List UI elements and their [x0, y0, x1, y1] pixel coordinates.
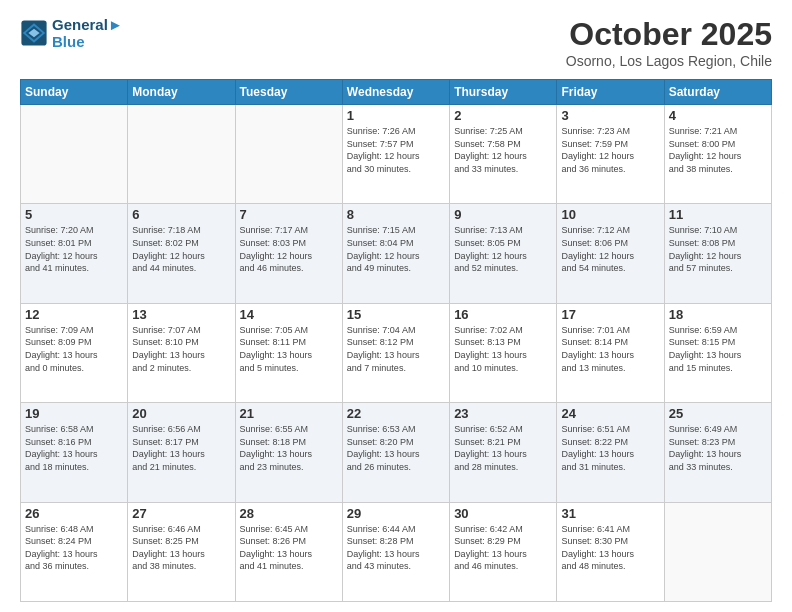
- calendar: SundayMondayTuesdayWednesdayThursdayFrid…: [20, 79, 772, 602]
- day-info: Sunrise: 7:05 AM Sunset: 8:11 PM Dayligh…: [240, 324, 338, 374]
- logo-icon: [20, 19, 48, 47]
- day-number: 9: [454, 207, 552, 222]
- day-info: Sunrise: 6:49 AM Sunset: 8:23 PM Dayligh…: [669, 423, 767, 473]
- calendar-cell: [128, 105, 235, 204]
- day-number: 13: [132, 307, 230, 322]
- calendar-cell: 8Sunrise: 7:15 AM Sunset: 8:04 PM Daylig…: [342, 204, 449, 303]
- calendar-cell: 25Sunrise: 6:49 AM Sunset: 8:23 PM Dayli…: [664, 403, 771, 502]
- day-info: Sunrise: 7:25 AM Sunset: 7:58 PM Dayligh…: [454, 125, 552, 175]
- location: Osorno, Los Lagos Region, Chile: [566, 53, 772, 69]
- calendar-cell: 20Sunrise: 6:56 AM Sunset: 8:17 PM Dayli…: [128, 403, 235, 502]
- day-number: 27: [132, 506, 230, 521]
- calendar-cell: 24Sunrise: 6:51 AM Sunset: 8:22 PM Dayli…: [557, 403, 664, 502]
- day-number: 16: [454, 307, 552, 322]
- day-info: Sunrise: 6:45 AM Sunset: 8:26 PM Dayligh…: [240, 523, 338, 573]
- day-info: Sunrise: 7:10 AM Sunset: 8:08 PM Dayligh…: [669, 224, 767, 274]
- calendar-cell: 12Sunrise: 7:09 AM Sunset: 8:09 PM Dayli…: [21, 303, 128, 402]
- weekday-header-wednesday: Wednesday: [342, 80, 449, 105]
- weekday-header-friday: Friday: [557, 80, 664, 105]
- calendar-cell: 4Sunrise: 7:21 AM Sunset: 8:00 PM Daylig…: [664, 105, 771, 204]
- day-number: 22: [347, 406, 445, 421]
- calendar-cell: 21Sunrise: 6:55 AM Sunset: 8:18 PM Dayli…: [235, 403, 342, 502]
- day-info: Sunrise: 7:07 AM Sunset: 8:10 PM Dayligh…: [132, 324, 230, 374]
- day-info: Sunrise: 7:02 AM Sunset: 8:13 PM Dayligh…: [454, 324, 552, 374]
- day-number: 10: [561, 207, 659, 222]
- page: General► Blue October 2025 Osorno, Los L…: [0, 0, 792, 612]
- day-number: 28: [240, 506, 338, 521]
- week-row-1: 1Sunrise: 7:26 AM Sunset: 7:57 PM Daylig…: [21, 105, 772, 204]
- day-number: 5: [25, 207, 123, 222]
- day-number: 20: [132, 406, 230, 421]
- day-number: 3: [561, 108, 659, 123]
- day-info: Sunrise: 7:04 AM Sunset: 8:12 PM Dayligh…: [347, 324, 445, 374]
- day-number: 30: [454, 506, 552, 521]
- calendar-cell: 29Sunrise: 6:44 AM Sunset: 8:28 PM Dayli…: [342, 502, 449, 601]
- day-number: 11: [669, 207, 767, 222]
- calendar-cell: 17Sunrise: 7:01 AM Sunset: 8:14 PM Dayli…: [557, 303, 664, 402]
- calendar-cell: 10Sunrise: 7:12 AM Sunset: 8:06 PM Dayli…: [557, 204, 664, 303]
- logo-text: General► Blue: [52, 16, 123, 50]
- week-row-4: 19Sunrise: 6:58 AM Sunset: 8:16 PM Dayli…: [21, 403, 772, 502]
- day-info: Sunrise: 6:44 AM Sunset: 8:28 PM Dayligh…: [347, 523, 445, 573]
- calendar-cell: 3Sunrise: 7:23 AM Sunset: 7:59 PM Daylig…: [557, 105, 664, 204]
- weekday-header-saturday: Saturday: [664, 80, 771, 105]
- calendar-cell: 14Sunrise: 7:05 AM Sunset: 8:11 PM Dayli…: [235, 303, 342, 402]
- header: General► Blue October 2025 Osorno, Los L…: [20, 16, 772, 69]
- calendar-cell: 9Sunrise: 7:13 AM Sunset: 8:05 PM Daylig…: [450, 204, 557, 303]
- day-info: Sunrise: 7:13 AM Sunset: 8:05 PM Dayligh…: [454, 224, 552, 274]
- day-info: Sunrise: 7:21 AM Sunset: 8:00 PM Dayligh…: [669, 125, 767, 175]
- day-info: Sunrise: 6:53 AM Sunset: 8:20 PM Dayligh…: [347, 423, 445, 473]
- calendar-cell: [664, 502, 771, 601]
- week-row-2: 5Sunrise: 7:20 AM Sunset: 8:01 PM Daylig…: [21, 204, 772, 303]
- day-number: 12: [25, 307, 123, 322]
- day-number: 14: [240, 307, 338, 322]
- calendar-cell: [21, 105, 128, 204]
- day-number: 26: [25, 506, 123, 521]
- day-info: Sunrise: 6:55 AM Sunset: 8:18 PM Dayligh…: [240, 423, 338, 473]
- weekday-header-sunday: Sunday: [21, 80, 128, 105]
- weekday-header-row: SundayMondayTuesdayWednesdayThursdayFrid…: [21, 80, 772, 105]
- calendar-cell: 30Sunrise: 6:42 AM Sunset: 8:29 PM Dayli…: [450, 502, 557, 601]
- day-info: Sunrise: 7:18 AM Sunset: 8:02 PM Dayligh…: [132, 224, 230, 274]
- month-title: October 2025: [566, 16, 772, 53]
- day-number: 24: [561, 406, 659, 421]
- calendar-cell: 26Sunrise: 6:48 AM Sunset: 8:24 PM Dayli…: [21, 502, 128, 601]
- calendar-cell: [235, 105, 342, 204]
- day-info: Sunrise: 6:46 AM Sunset: 8:25 PM Dayligh…: [132, 523, 230, 573]
- day-info: Sunrise: 7:01 AM Sunset: 8:14 PM Dayligh…: [561, 324, 659, 374]
- calendar-cell: 27Sunrise: 6:46 AM Sunset: 8:25 PM Dayli…: [128, 502, 235, 601]
- day-number: 19: [25, 406, 123, 421]
- day-info: Sunrise: 6:42 AM Sunset: 8:29 PM Dayligh…: [454, 523, 552, 573]
- day-number: 4: [669, 108, 767, 123]
- weekday-header-monday: Monday: [128, 80, 235, 105]
- weekday-header-tuesday: Tuesday: [235, 80, 342, 105]
- calendar-cell: 15Sunrise: 7:04 AM Sunset: 8:12 PM Dayli…: [342, 303, 449, 402]
- calendar-cell: 16Sunrise: 7:02 AM Sunset: 8:13 PM Dayli…: [450, 303, 557, 402]
- day-number: 1: [347, 108, 445, 123]
- day-info: Sunrise: 6:58 AM Sunset: 8:16 PM Dayligh…: [25, 423, 123, 473]
- calendar-cell: 31Sunrise: 6:41 AM Sunset: 8:30 PM Dayli…: [557, 502, 664, 601]
- day-number: 7: [240, 207, 338, 222]
- calendar-cell: 5Sunrise: 7:20 AM Sunset: 8:01 PM Daylig…: [21, 204, 128, 303]
- day-number: 2: [454, 108, 552, 123]
- day-info: Sunrise: 7:15 AM Sunset: 8:04 PM Dayligh…: [347, 224, 445, 274]
- day-number: 17: [561, 307, 659, 322]
- day-info: Sunrise: 6:59 AM Sunset: 8:15 PM Dayligh…: [669, 324, 767, 374]
- day-number: 23: [454, 406, 552, 421]
- day-number: 8: [347, 207, 445, 222]
- day-info: Sunrise: 6:51 AM Sunset: 8:22 PM Dayligh…: [561, 423, 659, 473]
- day-info: Sunrise: 7:26 AM Sunset: 7:57 PM Dayligh…: [347, 125, 445, 175]
- day-number: 21: [240, 406, 338, 421]
- calendar-cell: 18Sunrise: 6:59 AM Sunset: 8:15 PM Dayli…: [664, 303, 771, 402]
- calendar-cell: 19Sunrise: 6:58 AM Sunset: 8:16 PM Dayli…: [21, 403, 128, 502]
- day-number: 29: [347, 506, 445, 521]
- calendar-cell: 7Sunrise: 7:17 AM Sunset: 8:03 PM Daylig…: [235, 204, 342, 303]
- day-number: 15: [347, 307, 445, 322]
- calendar-cell: 6Sunrise: 7:18 AM Sunset: 8:02 PM Daylig…: [128, 204, 235, 303]
- calendar-cell: 11Sunrise: 7:10 AM Sunset: 8:08 PM Dayli…: [664, 204, 771, 303]
- title-area: October 2025 Osorno, Los Lagos Region, C…: [566, 16, 772, 69]
- calendar-cell: 1Sunrise: 7:26 AM Sunset: 7:57 PM Daylig…: [342, 105, 449, 204]
- calendar-cell: 28Sunrise: 6:45 AM Sunset: 8:26 PM Dayli…: [235, 502, 342, 601]
- day-info: Sunrise: 7:17 AM Sunset: 8:03 PM Dayligh…: [240, 224, 338, 274]
- day-number: 25: [669, 406, 767, 421]
